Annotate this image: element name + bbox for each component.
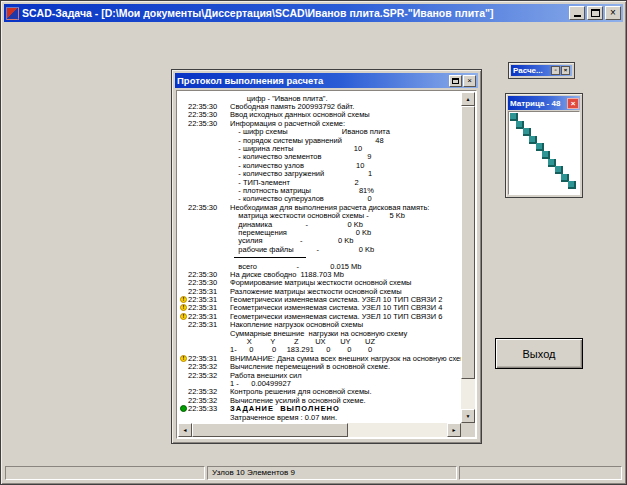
scrollbar-corner [461,423,475,437]
status-bar: Узлов 10 Элементов 9 [4,464,623,481]
raschet-restore-button[interactable]: ▫ [551,66,560,75]
warning-icon: ! [180,313,187,320]
log-time: 22:35:30 [188,119,230,128]
log-time: 22:35:32 [188,371,230,380]
scroll-left-icon[interactable]: ◄ [178,423,192,437]
matrix-title: Матрица - 48 [510,99,567,108]
protocol-window: Протокол выполнения расчета × цифр - "Ив… [171,69,482,444]
window-controls: × [569,6,621,20]
close-button[interactable]: × [605,6,621,20]
log-text: Затраченное время : 0.07 мин. [230,413,461,422]
maximize-icon [452,78,459,84]
scad-main-window: SCAD-Задача - [D:\Мои документы\Диссерта… [0,0,627,485]
matrix-canvas [509,112,579,194]
raschet-titlebar[interactable]: Расче... ▫ × [511,65,572,76]
protocol-log: цифр - "Иванов плита".22:35:30Свободная … [178,92,461,423]
log-time: 22:35:31 [188,320,230,329]
vertical-scroll-thumb[interactable] [461,106,475,379]
maximize-button[interactable] [587,6,603,20]
minimize-button[interactable] [569,6,585,20]
raschet-controls: ▫ × [551,66,570,75]
log-text [230,257,461,258]
maximize-icon [591,9,600,17]
protocol-maximize-button[interactable] [449,75,462,87]
status-panel-counts: Узлов 10 Элементов 9 [207,466,457,480]
protocol-content: цифр - "Иванов плита".22:35:30Свободная … [176,90,477,439]
warning-icon: ! [180,296,187,303]
scroll-right-icon[interactable]: ► [447,423,461,437]
done-icon [180,405,187,412]
protocol-titlebar[interactable]: Протокол выполнения расчета × [175,73,478,88]
app-icon [6,7,19,20]
raschet-window[interactable]: Расче... ▫ × [508,62,575,79]
status-panel-right [459,466,622,480]
main-titlebar[interactable]: SCAD-Задача - [D:\Мои документы\Диссерта… [4,4,623,22]
separator-rule [234,257,306,258]
matrix-titlebar[interactable]: Матрица - 48 × [508,96,580,110]
log-time: 22:35:30 [188,203,230,212]
warning-icon: ! [180,355,187,362]
log-line: рабочие файлы - 0 Kb [179,245,461,253]
status-panel-left [5,466,205,480]
scroll-up-icon[interactable]: ▲ [461,92,475,106]
protocol-title: Протокол выполнения расчета [177,75,449,86]
exit-button[interactable]: Выход [495,338,583,369]
horizontal-scroll-thumb[interactable] [192,423,348,437]
log-line: Затраченное время : 0.07 мин. [179,413,461,421]
protocol-close-button[interactable]: × [463,75,476,87]
matrix-window: Матрица - 48 × [505,93,583,198]
raschet-title: Расче... [513,66,543,75]
raschet-close-button[interactable]: × [561,66,570,75]
matrix-close-button[interactable]: × [567,98,579,109]
matrix-step [568,181,576,189]
protocol-controls: × [449,75,476,87]
horizontal-scrollbar[interactable]: ◄ ► [178,423,461,437]
matrix-body [508,111,580,195]
vertical-scrollbar[interactable]: ▲ ▼ [461,92,475,423]
log-time: 22:35:33 [188,404,230,413]
warning-icon: ! [180,304,187,311]
log-text: рабочие файлы - 0 Kb [230,245,461,254]
window-title: SCAD-Задача - [D:\Мои документы\Диссерта… [22,7,566,19]
minimize-icon [574,15,581,17]
scroll-down-icon[interactable]: ▼ [461,409,475,423]
